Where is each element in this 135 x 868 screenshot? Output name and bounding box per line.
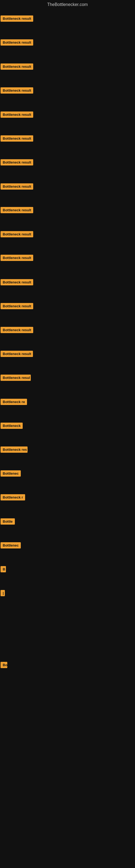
bottleneck-item: Bo: [1, 662, 7, 669]
bottleneck-badge: Bottleneck result: [1, 255, 33, 261]
bottleneck-item: Bottleneck result: [1, 112, 33, 119]
bottleneck-item: Bottleneck result: [1, 87, 33, 95]
bottleneck-item: Bottleneck result: [1, 231, 33, 239]
bottleneck-item: Bottleneck resul: [1, 375, 31, 382]
bottleneck-item: Bottleneck result: [1, 303, 33, 310]
bottleneck-badge: Bottleneck res: [1, 446, 28, 453]
bottleneck-badge: |: [1, 590, 5, 596]
bottleneck-badge: Bo: [1, 662, 7, 668]
bottleneck-badge: Bottleneck r: [1, 494, 25, 500]
bottleneck-item: Bottleneck result: [1, 255, 33, 262]
bottleneck-item: Bottleneck result: [1, 207, 33, 214]
site-header: TheBottlenecker.com: [0, 0, 135, 8]
bottleneck-badge: Bottleneck result: [1, 39, 33, 45]
bottleneck-badge: Bottleneck result: [1, 207, 33, 213]
bottleneck-item: Bottleneck result: [1, 327, 33, 334]
bottleneck-badge: Bottleneck result: [1, 231, 33, 237]
bottleneck-badge: Bottlenec: [1, 542, 21, 549]
bottleneck-item: Bottleneck r: [1, 494, 25, 501]
bottleneck-badge: Bottlenec: [1, 470, 21, 476]
bottleneck-badge: Bottle: [1, 518, 15, 525]
bottleneck-badge: B: [1, 566, 6, 572]
bottleneck-badge: Bottleneck: [1, 423, 23, 429]
bottleneck-badge: Bottleneck re: [1, 399, 27, 405]
bottleneck-item: Bottleneck result: [1, 159, 33, 166]
bottleneck-item: Bottleneck: [1, 423, 23, 430]
bottleneck-item: Bottleneck result: [1, 16, 33, 23]
bottleneck-badge: Bottleneck result: [1, 327, 33, 333]
bottleneck-badge: Bottleneck result: [1, 63, 33, 70]
bottleneck-item: Bottleneck result: [1, 39, 33, 46]
bottleneck-badge: Bottleneck result: [1, 303, 33, 309]
bottleneck-badge: Bottleneck result: [1, 183, 33, 190]
bottleneck-item: Bottleneck result: [1, 183, 33, 191]
bottleneck-item: Bottleneck result: [1, 351, 33, 358]
bottleneck-item: Bottle: [1, 518, 15, 526]
bottleneck-item: Bottlenec: [1, 470, 21, 478]
items-container: Bottleneck resultBottleneck resultBottle…: [0, 8, 135, 863]
bottleneck-badge: Bottleneck result: [1, 135, 33, 142]
bottleneck-badge: Bottleneck result: [1, 351, 33, 357]
site-title: TheBottlenecker.com: [0, 0, 135, 8]
bottleneck-badge: Bottleneck resul: [1, 375, 31, 381]
bottleneck-item: B: [1, 566, 6, 574]
bottleneck-item: Bottleneck result: [1, 63, 33, 71]
bottleneck-badge: Bottleneck result: [1, 112, 33, 118]
bottleneck-item: Bottleneck re: [1, 399, 27, 406]
bottleneck-item: Bottleneck res: [1, 446, 28, 454]
bottleneck-badge: Bottleneck result: [1, 159, 33, 165]
bottleneck-badge: Bottleneck result: [1, 279, 33, 285]
bottleneck-badge: Bottleneck result: [1, 87, 33, 94]
bottleneck-item: Bottleneck result: [1, 135, 33, 143]
bottleneck-badge: Bottleneck result: [1, 16, 33, 22]
bottleneck-item: Bottlenec: [1, 542, 21, 550]
bottleneck-item: Bottleneck result: [1, 279, 33, 286]
bottleneck-item: |: [1, 590, 5, 597]
